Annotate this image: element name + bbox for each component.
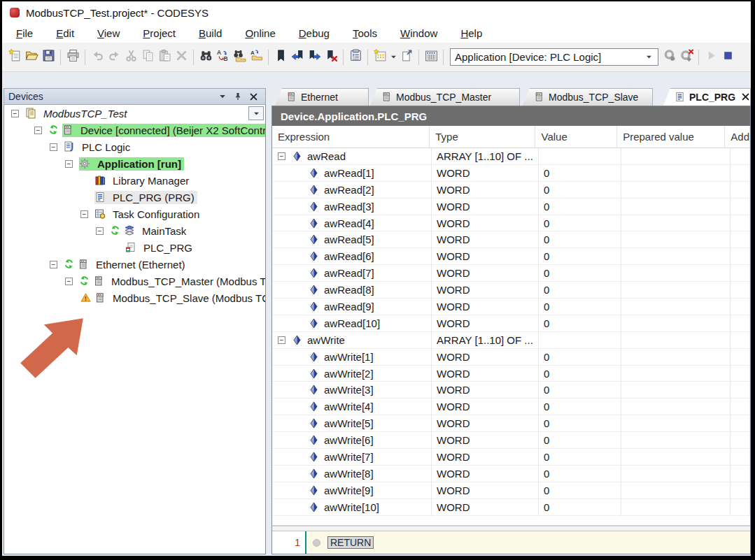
dropdown-arrow-icon[interactable] — [388, 54, 398, 60]
new-device-button[interactable] — [372, 48, 388, 66]
value-cell[interactable]: 0 — [539, 382, 621, 398]
column-header-expression[interactable]: Expression — [272, 126, 430, 148]
watch-row[interactable]: awRead[9]WORD0 — [272, 299, 750, 315]
tree-item-task[interactable]: −Task Configuration — [4, 206, 265, 222]
value-cell[interactable]: 0 — [539, 349, 621, 365]
menu-item-tools[interactable]: Tools — [353, 27, 377, 39]
copy-button[interactable] — [139, 48, 156, 66]
prepared-value-cell[interactable] — [621, 466, 731, 482]
watch-row[interactable]: awWrite[9]WORD0 — [272, 482, 750, 499]
prepared-value-cell[interactable] — [621, 482, 731, 498]
next-bookmark-button[interactable] — [306, 48, 323, 66]
column-header-value[interactable]: Value — [535, 126, 617, 148]
tree-item-modbus-tcp-master[interactable]: −Modbus_TCP_Master (Modbus TCP Ma — [4, 273, 265, 289]
new-file-button[interactable] — [6, 48, 23, 66]
tree-item-library[interactable]: Library Manager — [4, 172, 265, 189]
menu-item-project[interactable]: Project — [143, 27, 176, 39]
prepared-value-cell[interactable] — [621, 265, 731, 281]
expand-toggle[interactable]: − — [96, 227, 104, 235]
watch-row[interactable]: awRead[10]WORD0 — [272, 315, 750, 332]
prepared-value-cell[interactable] — [621, 199, 731, 215]
value-cell[interactable]: 0 — [539, 165, 621, 181]
value-cell[interactable]: 0 — [539, 499, 621, 515]
tree-item-application[interactable]: −Application [run] — [4, 155, 265, 172]
prev-bookmark-button[interactable] — [289, 48, 306, 66]
value-cell[interactable]: 0 — [539, 482, 621, 498]
value-cell[interactable]: 0 — [539, 182, 621, 198]
menu-item-online[interactable]: Online — [245, 27, 275, 39]
prepared-value-cell[interactable] — [621, 349, 731, 365]
cut-button[interactable] — [122, 48, 139, 66]
find-button[interactable] — [197, 48, 214, 66]
prepared-value-cell[interactable] — [621, 415, 731, 431]
replace-button[interactable]: AB — [214, 48, 231, 66]
tab-modbus-tcp-slave[interactable]: Modbus_TCP_Slave — [523, 88, 653, 106]
delete-button[interactable] — [173, 48, 190, 66]
watch-row[interactable]: awRead[2]WORD0 — [272, 182, 750, 199]
prepared-value-cell[interactable] — [621, 382, 731, 398]
expand-toggle[interactable]: − — [278, 336, 285, 344]
watch-row[interactable]: awRead[5]WORD0 — [272, 231, 750, 248]
tab-plc-prg[interactable]: PLC_PRG — [663, 88, 751, 106]
watch-row[interactable]: awRead[4]WORD0 — [272, 215, 750, 232]
prepared-value-cell[interactable] — [621, 299, 731, 315]
value-cell[interactable]: 0 — [539, 299, 621, 315]
build-button[interactable] — [423, 48, 439, 66]
prepared-value-cell[interactable] — [621, 165, 731, 181]
breakpoint-indicator-icon[interactable] — [313, 539, 320, 547]
watch-row[interactable]: awRead[1]WORD0 — [272, 165, 750, 182]
prepared-value-cell[interactable] — [621, 182, 731, 198]
value-cell[interactable]: 0 — [539, 282, 621, 298]
prepared-value-cell[interactable] — [621, 282, 731, 298]
tree-item-plc[interactable]: −PLC Logic — [4, 138, 265, 155]
expand-toggle[interactable]: − — [50, 261, 57, 268]
find-in-project-button[interactable] — [231, 48, 248, 66]
tree-item-ethernet[interactable]: −Ethernet (Ethernet) — [4, 256, 265, 273]
prepared-value-cell[interactable] — [621, 449, 731, 465]
column-header-address[interactable]: Add — [725, 126, 750, 148]
value-cell[interactable]: 0 — [539, 366, 621, 382]
prepared-value-cell[interactable] — [621, 315, 731, 331]
watch-row[interactable]: awWrite[10]WORD0 — [272, 499, 750, 516]
open-button[interactable] — [23, 48, 40, 66]
code-pane[interactable]: 1 RETURN — [272, 531, 750, 554]
menu-item-debug[interactable]: Debug — [299, 27, 330, 39]
menu-item-file[interactable]: File — [16, 27, 33, 39]
value-cell[interactable]: 0 — [539, 315, 621, 331]
expand-toggle[interactable]: − — [34, 127, 42, 134]
watch-row[interactable]: awWrite[8]WORD0 — [272, 466, 750, 482]
panel-menu-button[interactable] — [215, 90, 230, 103]
watch-row[interactable]: awWrite[3]WORD0 — [272, 382, 750, 399]
tree-item-plc-prg[interactable]: PLC_PRG — [4, 239, 265, 256]
watch-row[interactable]: awWrite[7]WORD0 — [272, 449, 750, 466]
prepared-value-cell[interactable] — [621, 499, 731, 515]
watch-row[interactable]: −awReadARRAY [1..10] OF ... — [272, 148, 750, 165]
prepared-value-cell[interactable] — [621, 432, 731, 448]
logout-button[interactable] — [678, 48, 695, 66]
redo-button[interactable] — [106, 48, 122, 66]
menu-item-edit[interactable]: Edit — [56, 27, 74, 39]
prepared-value-cell[interactable] — [621, 332, 731, 348]
splitter-handle[interactable] — [272, 525, 750, 531]
start-button[interactable] — [703, 48, 719, 66]
value-cell[interactable]: 0 — [539, 399, 621, 415]
tree-item-maintask[interactable]: −MainTask — [4, 222, 265, 239]
watch-row[interactable]: awWrite[2]WORD0 — [272, 366, 750, 382]
watch-row[interactable]: awWrite[4]WORD0 — [272, 399, 750, 415]
watch-row[interactable]: awWrite[5]WORD0 — [272, 415, 750, 432]
expand-toggle[interactable]: − — [65, 160, 73, 168]
prepared-value-cell[interactable] — [621, 148, 731, 164]
tree-item-device[interactable]: −Device [connected] (Beijer X2 SoftContr… — [4, 122, 265, 138]
value-cell[interactable]: 0 — [539, 265, 621, 281]
undo-button[interactable] — [89, 48, 106, 66]
value-cell[interactable]: 0 — [539, 466, 621, 482]
prepared-value-cell[interactable] — [621, 231, 731, 247]
properties-button[interactable] — [347, 48, 364, 66]
watch-row[interactable]: awWrite[6]WORD0 — [272, 432, 750, 449]
bookmark-button[interactable] — [272, 48, 289, 66]
tab-ethernet[interactable]: Ethernet — [275, 88, 369, 106]
export-button[interactable] — [398, 48, 415, 66]
watch-row[interactable]: awRead[6]WORD0 — [272, 248, 750, 265]
expand-toggle[interactable]: − — [65, 278, 73, 285]
menu-item-help[interactable]: Help — [460, 27, 482, 39]
